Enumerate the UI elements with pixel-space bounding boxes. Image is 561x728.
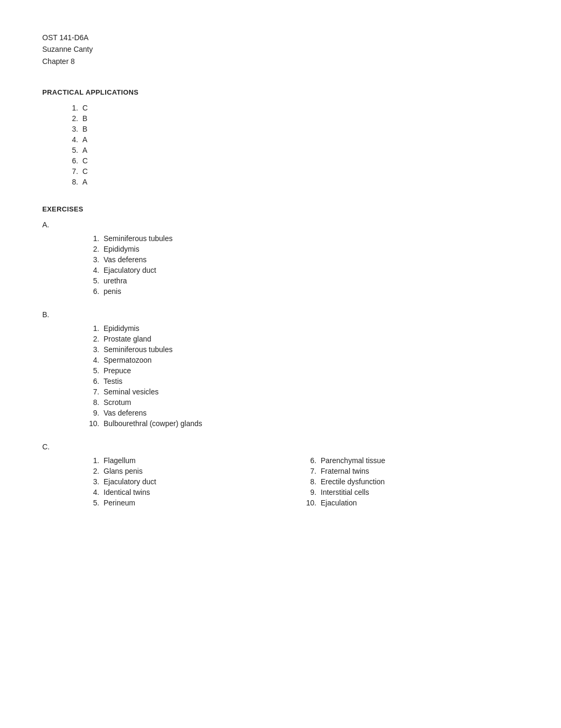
list-item: 5.Prepuce [85,366,519,375]
exercise-sublist: 1.Seminiferous tubules2.Epididymis3.Vas … [42,234,519,296]
practical-item: 3.B [63,125,519,133]
list-item: 4.Ejaculatory duct [85,266,519,274]
exercises: EXERCISES A.1.Seminiferous tubules2.Epid… [42,205,519,509]
exercise-sublist: 1.Epididymis2.Prostate gland3.Seminifero… [42,324,519,428]
list-item: 8.Scrotum [85,398,519,407]
list-item: 7.Seminal vesicles [85,388,519,396]
exercise-col2: 6.Parenchymal tissue7.Fraternal twins8.E… [302,456,519,509]
practical-list: 1.C2.B3.B4.A5.A6.C7.C8.A [42,104,519,186]
practical-item: 4.A [63,135,519,144]
practical-item: 2.B [63,114,519,123]
practical-item: 7.C [63,167,519,176]
list-item: 8.Erectile dysfunction [302,477,519,486]
exercise-twocol: 1.Flagellum2.Glans penis3.Ejaculatory du… [42,456,519,509]
exercise-group-label: B. [42,310,519,319]
list-item: 1.Epididymis [85,324,519,333]
list-item: 4.Spermatozoon [85,356,519,364]
list-item: 10.Ejaculation [302,499,519,507]
list-item: 6.Testis [85,377,519,385]
list-item: 2.Epididymis [85,245,519,253]
list-item: 10.Bulbourethral (cowper) glands [85,419,519,428]
list-item: 9.Vas deferens [85,409,519,417]
list-item: 5.Perineum [85,499,302,507]
list-item: 6.penis [85,287,519,296]
list-item: 6.Parenchymal tissue [302,456,519,465]
practical-item: 1.C [63,104,519,112]
list-item: 2.Glans penis [85,467,302,475]
list-item: 7.Fraternal twins [302,467,519,475]
list-item: 9.Interstitial cells [302,488,519,496]
list-item: 5.urethra [85,277,519,285]
practical-item: 5.A [63,146,519,154]
exercise-col1: 1.Flagellum2.Glans penis3.Ejaculatory du… [85,456,302,509]
practical-title: PRACTICAL APPLICATIONS [42,88,519,96]
list-item: 3.Vas deferens [85,255,519,264]
list-item: 4.Identical twins [85,488,302,496]
header: OST 141-D6A Suzanne Canty Chapter 8 [42,32,519,67]
exercises-title: EXERCISES [42,205,519,213]
header-line2: Suzanne Canty [42,43,519,55]
practical-applications: PRACTICAL APPLICATIONS 1.C2.B3.B4.A5.A6.… [42,88,519,186]
list-item: 2.Prostate gland [85,335,519,343]
exercise-group: B.1.Epididymis2.Prostate gland3.Seminife… [42,310,519,428]
practical-item: 8.A [63,178,519,186]
exercise-group: C.1.Flagellum2.Glans penis3.Ejaculatory … [42,443,519,509]
header-line1: OST 141-D6A [42,32,519,43]
practical-item: 6.C [63,156,519,165]
header-line3: Chapter 8 [42,56,519,67]
exercise-group-label: A. [42,220,519,229]
list-item: 3.Ejaculatory duct [85,477,302,486]
list-item: 1.Flagellum [85,456,302,465]
exercise-group-label: C. [42,443,519,451]
list-item: 1.Seminiferous tubules [85,234,519,243]
exercise-group: A.1.Seminiferous tubules2.Epididymis3.Va… [42,220,519,296]
list-item: 3.Seminiferous tubules [85,345,519,354]
